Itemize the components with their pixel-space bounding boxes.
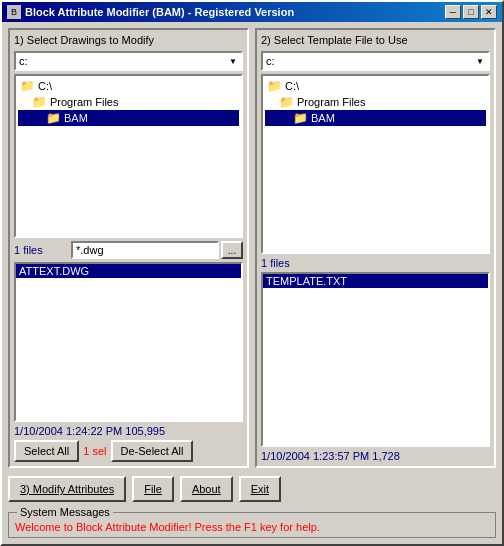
tree-item[interactable]: 📁 C:\	[18, 78, 239, 94]
bottom-buttons-row: 3) Modify Attributes File About Exit	[8, 472, 496, 506]
file-item[interactable]: TEMPLATE.TXT	[263, 274, 488, 288]
folder-icon: 📁	[279, 95, 294, 109]
panel1-drive-dropdown[interactable]: c:	[14, 51, 243, 71]
folder-icon: 📁	[32, 95, 47, 109]
exit-button[interactable]: Exit	[239, 476, 281, 502]
browse-button[interactable]: ...	[221, 241, 243, 259]
panel-template: 2) Select Template File to Use c: 📁 C:\ …	[255, 28, 496, 468]
system-message-text: Welcome to Block Attribute Modifier! Pre…	[15, 521, 489, 533]
title-bar: B Block Attribute Modifier (BAM) - Regis…	[2, 2, 502, 22]
tree-item[interactable]: 📁 C:\	[265, 78, 486, 94]
panel1-tree[interactable]: 📁 C:\ 📁 Program Files 📁 BAM	[14, 74, 243, 238]
main-content: 1) Select Drawings to Modify c: 📁 C:\ 📁 …	[2, 22, 502, 544]
tree-item[interactable]: 📁 Program Files	[18, 94, 239, 110]
exit-label: Exit	[251, 483, 269, 495]
folder-icon: 📁	[20, 79, 35, 93]
modify-attributes-button[interactable]: 3) Modify Attributes	[8, 476, 126, 502]
tree-item-selected[interactable]: 📁 BAM	[265, 110, 486, 126]
file-item[interactable]: ATTEXT.DWG	[16, 264, 241, 278]
main-window: B Block Attribute Modifier (BAM) - Regis…	[0, 0, 504, 546]
panel2-tree[interactable]: 📁 C:\ 📁 Program Files 📁 BAM	[261, 74, 490, 254]
maximize-button[interactable]: □	[463, 5, 479, 19]
about-button[interactable]: About	[180, 476, 233, 502]
sel-count-label: 1 sel	[83, 445, 106, 457]
file-button[interactable]: File	[132, 476, 174, 502]
modify-label: 3) Modify Attributes	[20, 483, 114, 495]
deselect-all-button[interactable]: De-Select All	[111, 440, 194, 462]
panel2-drive-dropdown[interactable]: c:	[261, 51, 490, 71]
app-icon: B	[7, 5, 21, 19]
system-messages-group: System Messages Welcome to Block Attribu…	[8, 512, 496, 538]
panel1-file-list[interactable]: ATTEXT.DWG	[14, 262, 243, 422]
tree-item-selected[interactable]: 📁 BAM	[18, 110, 239, 126]
close-button[interactable]: ✕	[481, 5, 497, 19]
tree-item[interactable]: 📁 Program Files	[265, 94, 486, 110]
minimize-button[interactable]: ─	[445, 5, 461, 19]
panel2-title: 2) Select Template File to Use	[261, 34, 490, 46]
panel1-drive-wrapper: c:	[14, 51, 243, 71]
folder-icon: 📁	[293, 111, 308, 125]
panel2-drive-wrapper: c:	[261, 51, 490, 71]
filter-row: ...	[71, 241, 243, 259]
select-all-button[interactable]: Select All	[14, 440, 79, 462]
folder-icon: 📁	[267, 79, 282, 93]
panels-row: 1) Select Drawings to Modify c: 📁 C:\ 📁 …	[8, 28, 496, 468]
panel2-file-list[interactable]: TEMPLATE.TXT	[261, 272, 490, 448]
folder-icon: 📁	[46, 111, 61, 125]
window-title: Block Attribute Modifier (BAM) - Registe…	[25, 6, 294, 18]
panel1-file-count: 1 files	[14, 244, 43, 256]
panel1-title: 1) Select Drawings to Modify	[14, 34, 243, 46]
panel2-file-count: 1 files	[261, 257, 490, 269]
about-label: About	[192, 483, 221, 495]
filter-input[interactable]	[71, 241, 219, 259]
panel2-file-info: 1/10/2004 1:23:57 PM 1,728	[261, 450, 490, 462]
window-controls: ─ □ ✕	[445, 5, 497, 19]
file-label: File	[144, 483, 162, 495]
select-row: Select All 1 sel De-Select All	[14, 440, 243, 462]
messages-group-label: System Messages	[17, 506, 113, 518]
panel-drawings: 1) Select Drawings to Modify c: 📁 C:\ 📁 …	[8, 28, 249, 468]
panel1-file-info: 1/10/2004 1:24:22 PM 105,995	[14, 425, 243, 437]
